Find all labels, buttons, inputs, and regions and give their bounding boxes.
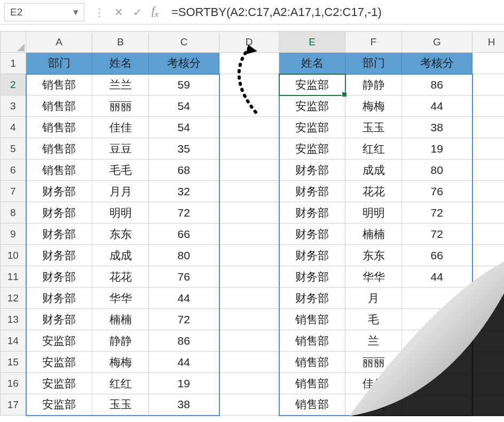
cell[interactable]: 兰	[345, 330, 402, 352]
name-box-dropdown-icon[interactable]: ▾	[73, 6, 78, 18]
col-header-d[interactable]: D	[219, 31, 279, 53]
col-header-h[interactable]: H	[472, 31, 505, 53]
cell[interactable]: 财务部	[279, 202, 345, 224]
cell[interactable]: 59	[149, 74, 219, 95]
cell[interactable]: 66	[402, 245, 472, 266]
cell[interactable]: 销售部	[26, 95, 92, 117]
cell[interactable]: 安监部	[279, 138, 345, 160]
cell[interactable]: 毛毛	[92, 160, 149, 181]
cell[interactable]	[219, 138, 279, 160]
row-header[interactable]: 11	[1, 266, 26, 288]
cell[interactable]: 86	[402, 74, 472, 95]
cell[interactable]	[219, 181, 279, 202]
cell[interactable]	[219, 330, 279, 352]
cell[interactable]: 财务部	[26, 288, 92, 309]
row-header[interactable]: 6	[1, 160, 26, 181]
cell[interactable]: 财务部	[26, 202, 92, 224]
row-header[interactable]: 7	[1, 181, 26, 202]
cell[interactable]	[472, 181, 505, 202]
cell[interactable]: 财务部	[26, 309, 92, 330]
cell[interactable]	[219, 352, 279, 373]
cell[interactable]: 明明	[92, 202, 149, 224]
cell[interactable]: 19	[149, 373, 219, 394]
cell[interactable]: 红红	[92, 373, 149, 394]
cell[interactable]	[472, 117, 505, 138]
row-header[interactable]: 12	[1, 288, 26, 309]
cell[interactable]: 安监部	[26, 352, 92, 373]
header-cell[interactable]: 部门	[26, 53, 92, 74]
cell[interactable]: 安监部	[279, 117, 345, 138]
header-cell[interactable]: 考核分	[149, 53, 219, 74]
cell[interactable]: 梅梅	[345, 95, 402, 117]
cell[interactable]	[472, 202, 505, 224]
cell[interactable]: 财务部	[279, 245, 345, 266]
row-header[interactable]: 9	[1, 224, 26, 245]
cell[interactable]	[472, 266, 505, 288]
cell[interactable]	[402, 330, 472, 352]
cell[interactable]: 76	[402, 181, 472, 202]
cell[interactable]	[472, 95, 505, 117]
cell[interactable]: 楠楠	[92, 309, 149, 330]
cell[interactable]: 32	[149, 181, 219, 202]
cell[interactable]	[219, 373, 279, 394]
col-header-f[interactable]: F	[345, 31, 402, 53]
cell[interactable]: 华华	[345, 266, 402, 288]
cell[interactable]	[472, 224, 505, 245]
header-cell[interactable]: 姓名	[279, 53, 345, 74]
cell[interactable]: 销售部	[279, 373, 345, 394]
cell[interactable]: 豆豆	[345, 394, 402, 416]
col-header-e[interactable]: E	[279, 31, 345, 53]
cell[interactable]: 销售部	[26, 138, 92, 160]
cell[interactable]: 44	[149, 288, 219, 309]
cell[interactable]: 安监部	[26, 373, 92, 394]
cell[interactable]	[219, 266, 279, 288]
cell[interactable]	[472, 160, 505, 181]
row-header[interactable]: 8	[1, 202, 26, 224]
cell[interactable]: 销售部	[26, 74, 92, 95]
cell[interactable]: 财务部	[279, 266, 345, 288]
cell[interactable]: 44	[402, 266, 472, 288]
header-cell[interactable]: 考核分	[402, 53, 472, 74]
cell[interactable]	[402, 288, 472, 309]
cell[interactable]: 38	[402, 117, 472, 138]
cell[interactable]: 楠楠	[345, 224, 402, 245]
cell[interactable]: 销售部	[279, 394, 345, 416]
row-header[interactable]: 4	[1, 117, 26, 138]
cell[interactable]	[219, 53, 279, 74]
col-header-g[interactable]: G	[402, 31, 472, 53]
cell[interactable]: 销售部	[26, 117, 92, 138]
cell[interactable]: 66	[149, 224, 219, 245]
cell[interactable]	[402, 352, 472, 373]
row-header[interactable]: 13	[1, 309, 26, 330]
cell[interactable]: 安监部	[26, 330, 92, 352]
cell[interactable]: 玉玉	[92, 394, 149, 416]
accept-icon[interactable]: ✓	[133, 6, 142, 19]
header-cell[interactable]: 姓名	[92, 53, 149, 74]
cell[interactable]	[472, 373, 505, 394]
col-header-c[interactable]: C	[149, 31, 219, 53]
select-all-corner[interactable]	[1, 31, 26, 53]
cell[interactable]: 财务部	[26, 245, 92, 266]
row-header[interactable]: 3	[1, 95, 26, 117]
cell[interactable]: 梅梅	[92, 352, 149, 373]
cell[interactable]: 35	[149, 138, 219, 160]
cell[interactable]	[472, 245, 505, 266]
cell[interactable]	[219, 95, 279, 117]
cell[interactable]: 80	[402, 160, 472, 181]
cell[interactable]: 44	[402, 95, 472, 117]
cell[interactable]: 佳佳	[92, 117, 149, 138]
name-box[interactable]: E2 ▾	[4, 3, 84, 21]
cell[interactable]: 红红	[345, 138, 402, 160]
cell[interactable]: 80	[149, 245, 219, 266]
cell[interactable]: 19	[402, 138, 472, 160]
cell[interactable]: 华华	[92, 288, 149, 309]
cell[interactable]	[219, 160, 279, 181]
cell[interactable]	[219, 288, 279, 309]
row-header[interactable]: 1	[1, 53, 26, 74]
cell[interactable]: 72	[149, 202, 219, 224]
cell[interactable]: 东东	[92, 224, 149, 245]
cell[interactable]: 销售部	[279, 352, 345, 373]
cell[interactable]: 静静	[345, 74, 402, 95]
cell[interactable]: 44	[149, 352, 219, 373]
cell[interactable]: 佳佳	[345, 373, 402, 394]
